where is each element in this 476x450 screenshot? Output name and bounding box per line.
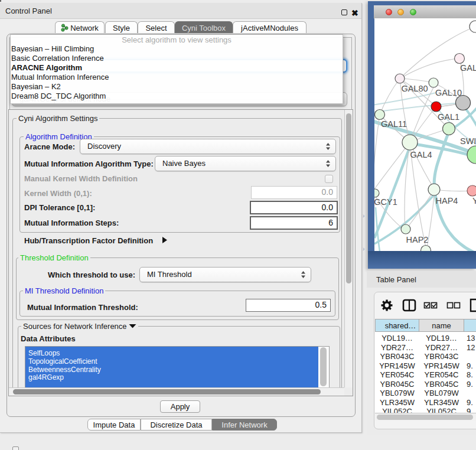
svg-text:GAL10: GAL10 (435, 88, 462, 97)
svg-text:GAL11: GAL11 (381, 119, 407, 129)
svg-text:GCY1: GCY1 (374, 197, 397, 207)
svg-text:HAP2: HAP2 (406, 235, 429, 244)
svg-text:GAL7: GAL7 (460, 63, 476, 73)
svg-text:HAP4: HAP4 (436, 196, 458, 206)
svg-text:SWI4: SWI4 (460, 136, 476, 146)
svg-text:GAL80: GAL80 (401, 84, 428, 93)
svg-text:GAL4: GAL4 (410, 150, 432, 159)
svg-text:GAL1: GAL1 (438, 112, 459, 122)
svg-text:YJ: YJ (472, 196, 476, 206)
